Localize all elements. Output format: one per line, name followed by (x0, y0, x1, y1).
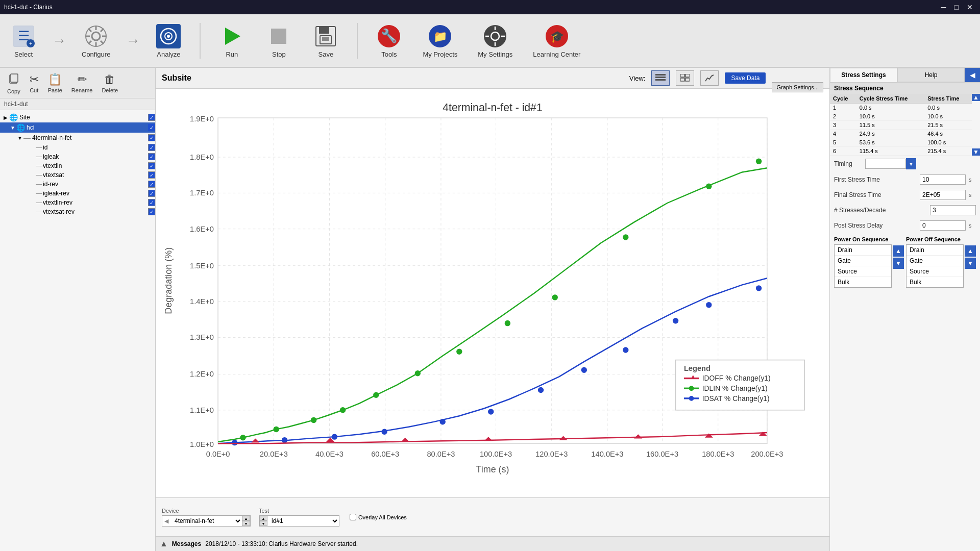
svg-point-107 (488, 409, 494, 414)
power-off-down-btn[interactable]: ▼ (965, 258, 976, 269)
tree-expand-site[interactable]: ▶ (2, 115, 9, 120)
timing-dropdown-btn[interactable]: ▼ (906, 158, 916, 169)
paste-button[interactable]: 📋 Paste (44, 71, 66, 95)
table-row[interactable]: 5 53.6 s 100.0 s (830, 138, 972, 147)
view-table-btn[interactable] (651, 70, 670, 86)
tree-check-id[interactable]: ✓ (148, 144, 155, 151)
paste-icon: 📋 (48, 73, 62, 86)
tree-check-igleak[interactable]: ✓ (148, 153, 155, 160)
minimize-button[interactable]: ─ (938, 3, 949, 11)
table-row[interactable]: 6 115.4 s 215.4 s (830, 147, 972, 156)
tree-item-4terminal[interactable]: ▼ — 4terminal-n-fet ✓ (0, 133, 155, 143)
delete-button[interactable]: 🗑 Delete (97, 71, 122, 95)
tree-item-igleak-rev[interactable]: — igleak-rev ✓ (0, 189, 155, 198)
table-row[interactable]: 2 10.0 s 10.0 s (830, 112, 972, 121)
device-prev-arrow[interactable]: ◀ (162, 517, 170, 525)
tree-item-hci[interactable]: ▼ 🌐 hci ✓ (0, 122, 155, 133)
post-stress-delay-input[interactable] (920, 220, 966, 231)
view-chart-btn[interactable] (700, 70, 719, 86)
tree-check-hci[interactable]: ✓ (148, 124, 155, 131)
power-on-up-btn[interactable]: ▲ (893, 245, 904, 257)
tools-button[interactable]: 🔧 Tools (371, 21, 407, 60)
save-button[interactable]: Save (307, 21, 344, 60)
table-row[interactable]: 1 0.0 s 0.0 s (830, 104, 972, 112)
test-label: Test (259, 508, 339, 514)
tree-item-site[interactable]: ▶ 🌐 Site ✓ (0, 112, 155, 122)
power-off-block: Power Off Sequence Drain Gate Source Bul… (906, 236, 976, 288)
rename-button[interactable]: ✏ Rename (67, 71, 97, 95)
tree-label-hci: hci (27, 124, 148, 131)
test-select[interactable]: id#1 (267, 516, 339, 526)
svg-rect-22 (322, 37, 329, 41)
tree-expand-4terminal[interactable]: ▼ (16, 135, 23, 141)
tree-check-igleak-rev[interactable]: ✓ (148, 190, 155, 197)
tree-label-igleak-rev: igleak-rev (43, 190, 148, 197)
close-button[interactable]: ✕ (964, 3, 976, 11)
tree-expand-hci[interactable]: ▼ (9, 125, 16, 131)
tree-check-vtextsat-rev[interactable]: ✓ (148, 208, 155, 215)
power-off-up-btn[interactable]: ▲ (965, 245, 976, 257)
test-arrow-down[interactable]: ▼ (259, 521, 267, 526)
device-select[interactable]: 4terminal-n-fet (170, 516, 242, 526)
tree-item-vtextsat[interactable]: — vtextsat ✓ (0, 170, 155, 180)
tree-item-id-rev[interactable]: — id-rev ✓ (0, 180, 155, 189)
select-button[interactable]: ☰ + Select (5, 21, 42, 60)
svg-text:200.0E+3: 200.0E+3 (751, 450, 783, 458)
power-off-gate: Gate (906, 256, 963, 266)
device-arrow-up[interactable]: ▲ (242, 516, 250, 521)
save-data-button[interactable]: Save Data (725, 72, 766, 84)
messages-toggle[interactable]: ▲ (160, 539, 168, 548)
view-grid-btn[interactable] (676, 70, 694, 86)
table-row[interactable]: 4 24.9 s 46.4 s (830, 130, 972, 138)
svg-point-111 (673, 318, 678, 323)
learning-center-button[interactable]: 🎓 Learning Center (528, 21, 585, 60)
tree-check-4terminal[interactable]: ✓ (148, 134, 155, 141)
tree-item-id[interactable]: — id ✓ (0, 143, 155, 152)
timing-input[interactable]: Log (865, 159, 906, 169)
tree-item-vtextlin[interactable]: — vtextlin ✓ (0, 161, 155, 170)
svg-line-12 (101, 29, 104, 32)
expand-panel-btn[interactable]: ◀ (965, 68, 980, 82)
tab-stress-settings[interactable]: Stress Settings (830, 68, 897, 82)
arrow-separator-2: → (126, 33, 140, 49)
cut-button[interactable]: ✂ Cut (26, 71, 43, 95)
scroll-down-btn[interactable]: ▼ (972, 148, 980, 156)
configure-label: Configure (82, 51, 110, 58)
tree-label-site: Site (19, 114, 148, 121)
test-arrow-up[interactable]: ▲ (259, 516, 267, 521)
svg-point-93 (340, 407, 346, 413)
tree-container[interactable]: ▶ 🌐 Site ✓ ▼ 🌐 hci ✓ ▼ — 4terminal-n-fet… (0, 110, 155, 551)
power-on-down-btn[interactable]: ▼ (893, 258, 904, 269)
tree-item-vtextsat-rev[interactable]: — vtextsat-rev ✓ (0, 207, 155, 216)
cell-stress-time: 100.0 s (924, 138, 972, 147)
device-arrow-down[interactable]: ▼ (242, 521, 250, 526)
timing-label: Timing (834, 160, 862, 167)
stresses-per-decade-input[interactable] (930, 205, 976, 215)
overlay-checkbox[interactable] (350, 514, 356, 520)
my-projects-button[interactable]: 📁 My Projects (418, 21, 462, 60)
tab-help[interactable]: Help (897, 68, 965, 82)
tree-check-vtextsat[interactable]: ✓ (148, 171, 155, 179)
final-stress-time-input[interactable] (920, 190, 966, 200)
messages-bar: ▲ Messages 2018/12/10 - 13:33:10: Clariu… (156, 536, 829, 551)
first-stress-time-input[interactable] (920, 174, 966, 185)
cell-cycle-stress-time: 11.5 s (856, 121, 924, 130)
tree-check-vtextlin-rev[interactable]: ✓ (148, 199, 155, 206)
run-button[interactable]: Run (213, 21, 250, 60)
analyze-button[interactable]: Analyze (150, 21, 187, 60)
tree-check-vtextlin[interactable]: ✓ (148, 162, 155, 169)
svg-rect-41 (685, 74, 690, 77)
my-settings-icon (482, 23, 508, 49)
copy-button[interactable]: Copy (3, 70, 24, 96)
table-row[interactable]: 3 11.5 s 21.5 s (830, 121, 972, 130)
maximize-button[interactable]: □ (951, 3, 962, 11)
configure-button[interactable]: Configure (77, 21, 115, 60)
tree-item-igleak[interactable]: — igleak ✓ (0, 152, 155, 161)
stop-button[interactable]: Stop (260, 21, 297, 60)
tree-item-vtextlin-rev[interactable]: — vtextlin-rev ✓ (0, 198, 155, 207)
svg-rect-40 (680, 74, 684, 77)
tree-check-id-rev[interactable]: ✓ (148, 181, 155, 188)
my-settings-button[interactable]: My Settings (473, 21, 518, 60)
tree-check-site[interactable]: ✓ (148, 114, 155, 121)
scroll-up-btn[interactable]: ▲ (972, 94, 980, 101)
